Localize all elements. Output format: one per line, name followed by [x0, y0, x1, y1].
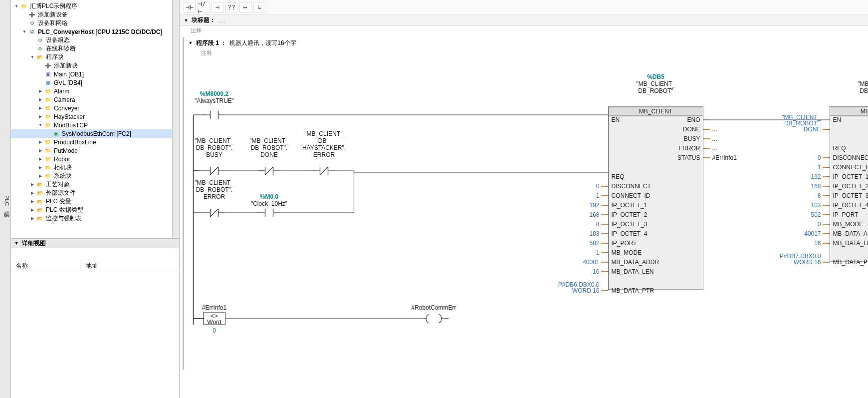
tree-node[interactable]: ▣Main [OB1] [11, 70, 172, 78]
grp-icon: 📁 [44, 139, 52, 146]
tree-node[interactable]: ▶📁Robot [11, 155, 172, 163]
svg-text:DISCONNECT: DISCONNECT [833, 154, 868, 161]
toolbar-btn-4[interactable]: ↦ [239, 2, 251, 13]
detail-view-header[interactable]: ▼ 详细视图 [11, 238, 179, 248]
chevron-right-icon[interactable]: ▶ [38, 148, 43, 153]
toolbar-btn-1[interactable]: ⊣/⊢ [198, 2, 210, 13]
tree-node-label: 工艺对象 [46, 180, 70, 189]
detail-col-addr[interactable]: 地址 [81, 262, 179, 270]
tree-node[interactable]: ▶📂监控与强制表 [11, 214, 172, 223]
toolbar-btn-5[interactable]: ↳ [253, 2, 265, 13]
svg-text:MB_DATA_PTR: MB_DATA_PTR [612, 287, 654, 294]
tree-node[interactable]: ▶📁PutMode [11, 146, 172, 155]
tree-node[interactable]: ➕添加新设备 [11, 10, 172, 19]
chevron-down-icon[interactable]: ▼ [14, 4, 19, 9]
block-title-header[interactable]: ▼ 块标题： .... [180, 15, 868, 26]
tree-node[interactable]: ▶📁ProductBoxLine [11, 138, 172, 146]
tree-node[interactable]: ▶📁相机块 [11, 163, 172, 172]
ladder-network-canvas[interactable]: %M8000.2"AlwaysTRUE""MB_CLIENT_DB_ROBOT"… [184, 60, 868, 370]
toolbar-btn-3[interactable]: ?? [225, 2, 237, 13]
svg-line-24 [265, 167, 273, 175]
chevron-right-icon[interactable]: ▶ [38, 157, 43, 162]
svg-text:%M0.0: %M0.0 [260, 193, 279, 200]
network-comment[interactable]: 注释 [184, 48, 868, 60]
svg-text:502: 502 [811, 211, 821, 218]
tree-node-label: Robot [54, 156, 70, 163]
side-tab[interactable]: PLC 编程 [0, 0, 11, 398]
svg-text:ENO: ENO [687, 116, 700, 123]
svg-text:IP_OCTET_1: IP_OCTET_1 [612, 202, 648, 209]
grp-icon: 📁 [44, 113, 52, 120]
svg-text:502: 502 [589, 240, 599, 247]
tree-node[interactable]: ▼📁ModBusTCP [11, 121, 172, 129]
chevron-right-icon[interactable]: ▶ [38, 114, 43, 119]
tree-node[interactable]: ▶📁系统块 [11, 172, 172, 180]
tree-scrollbar[interactable] [172, 0, 179, 238]
tree-node[interactable]: ▼📁汇博PLC示例程序 [11, 2, 172, 10]
chevron-right-icon[interactable]: ▶ [38, 89, 43, 94]
tree-node[interactable]: ▼📂程序块 [11, 53, 172, 61]
tree-node-label: 设备和网络 [38, 19, 68, 27]
chevron-right-icon[interactable]: ▶ [38, 165, 43, 170]
tree-node[interactable]: ▦GVL [DB4] [11, 78, 172, 87]
project-tree[interactable]: ▼📁汇博PLC示例程序➕添加新设备⚙设备和网络▼🖥PLC_ConveyerHos… [11, 0, 172, 238]
tree-node[interactable]: ▶📁HayStacker [11, 112, 172, 121]
tree-node[interactable]: ⚙设备组态 [11, 36, 172, 44]
toolbar-btn-2[interactable]: ⊸ [212, 2, 223, 13]
tree-node[interactable]: ▶📁Camera [11, 95, 172, 104]
svg-text:IP_OCTET_2: IP_OCTET_2 [612, 211, 648, 218]
tree-node[interactable]: ▶📂工艺对象 [11, 180, 172, 189]
toolbar-btn-0[interactable]: ⊣⊢ [184, 2, 196, 13]
blk-icon: 📂 [36, 207, 44, 214]
fc-icon: ▣ [52, 130, 60, 137]
svg-text:BUSY: BUSY [684, 135, 700, 142]
chevron-right-icon[interactable]: ▶ [30, 216, 35, 221]
svg-text:#RobotCommErr: #RobotCommErr [411, 304, 456, 311]
svg-text:DB_ROBOT".: DB_ROBOT". [251, 144, 288, 151]
block-comment[interactable]: 注释 [180, 26, 868, 37]
chevron-right-icon[interactable]: ▶ [38, 174, 43, 179]
tree-node[interactable]: ➕添加新块 [11, 61, 172, 70]
svg-text:ERROR: ERROR [313, 151, 335, 158]
network-description[interactable]: 机器人通讯，读写16个字 [229, 39, 296, 47]
tree-node[interactable]: ⚙在线和诊断 [11, 44, 172, 53]
tree-node[interactable]: ▶📂外部源文件 [11, 189, 172, 197]
chevron-down-icon[interactable]: ▼ [187, 40, 194, 45]
svg-text:MB_MODE: MB_MODE [612, 249, 642, 256]
tree-node[interactable]: ▣SysModbusEthCom [FC2] [11, 129, 172, 138]
svg-text:IP_OCTET_3: IP_OCTET_3 [833, 192, 868, 199]
tree-node[interactable]: ▶📂PLC 变量 [11, 197, 172, 206]
chevron-right-icon[interactable]: ▶ [38, 140, 43, 145]
grp-icon: 📁 [44, 147, 52, 154]
detail-col-name[interactable]: 名称 [11, 262, 81, 270]
network-header[interactable]: ▼ 程序段 1 ： 机器人通讯，读写16个字 [184, 37, 868, 48]
chevron-right-icon[interactable]: ▶ [30, 182, 35, 187]
svg-text:1: 1 [596, 192, 600, 199]
block-title-value[interactable]: .... [218, 17, 225, 24]
svg-text:IP_PORT: IP_PORT [612, 240, 638, 247]
blk-icon: 📂 [36, 190, 44, 197]
chevron-right-icon[interactable]: ▶ [38, 97, 43, 102]
svg-text:DISCONNECT: DISCONNECT [612, 183, 651, 190]
svg-text:"MB_CLIENT_: "MB_CLIENT_ [195, 179, 234, 186]
chevron-down-icon[interactable]: ▼ [38, 123, 43, 128]
tree-node-label: Conveyer [54, 105, 79, 112]
chevron-down-icon[interactable]: ▼ [183, 18, 190, 23]
tree-node[interactable]: ▶📁Conveyer [11, 104, 172, 112]
chevron-right-icon[interactable]: ▶ [38, 106, 43, 111]
svg-text:DB_: DB_ [318, 137, 330, 144]
chevron-down-icon[interactable]: ▼ [30, 55, 35, 60]
chevron-right-icon[interactable]: ▶ [30, 191, 35, 196]
chevron-down-icon[interactable]: ▼ [22, 29, 27, 34]
tree-node[interactable]: ▼🖥PLC_ConveyerHost [CPU 1215C DC/DC/DC] [11, 27, 172, 36]
block-title-label: 块标题： [192, 16, 216, 24]
svg-text:%M8000.2: %M8000.2 [200, 90, 229, 97]
svg-text:8: 8 [818, 192, 821, 199]
tree-node[interactable]: ⚙设备和网络 [11, 19, 172, 27]
chevron-right-icon[interactable]: ▶ [30, 199, 35, 204]
tree-node[interactable]: ▶📁Alarm [11, 87, 172, 95]
svg-text:192: 192 [589, 202, 599, 209]
chevron-right-icon[interactable]: ▶ [30, 208, 35, 213]
svg-text:MB_DATA_ADDR: MB_DATA_ADDR [612, 259, 659, 266]
tree-node[interactable]: ▶📂PLC 数据类型 [11, 206, 172, 214]
